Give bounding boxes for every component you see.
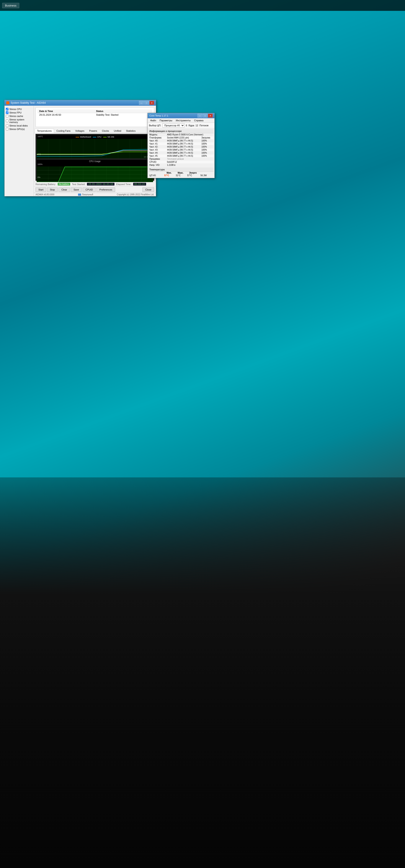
aida-minimize-button[interactable]: — <box>139 101 144 105</box>
stress-gpu-checkbox[interactable] <box>6 128 8 130</box>
ct-core0-load: 100% <box>201 139 213 142</box>
ct-platform-value: Socket AM4 (1331 pin) <box>166 136 201 139</box>
stress-fpu-checkbox[interactable] <box>6 111 8 114</box>
cpu-usage-svg: 100% <box>37 166 153 182</box>
cpuid-button[interactable]: CPUID <box>82 187 96 192</box>
elapsed-label: Elapsed Time: <box>116 183 131 186</box>
ct-temp-header-row: Мин. Макс. Энерго <box>148 172 213 174</box>
tab-voltages[interactable]: Voltages <box>73 129 87 133</box>
ct-temp-cpu-min: 31°C <box>175 174 187 177</box>
ct-firmware-row: Прошивка: Тепловой режим <box>148 158 213 161</box>
ct-temp-col0 <box>148 172 164 174</box>
temp-chart-legend: Motherboard CPU NE-256 <box>75 136 114 138</box>
taskbar-item-business[interactable]: Business <box>2 3 19 8</box>
stress-disks-checkbox[interactable] <box>6 124 8 127</box>
stop-button[interactable]: Stop <box>47 187 58 192</box>
aida-tabs-bar: Temperatures Cooling Fans Voltages Power… <box>34 129 156 133</box>
stress-cache-label: Stress cache <box>9 115 23 117</box>
col-status: Status <box>94 110 152 113</box>
ct-voltage-value: 1.2188 в <box>166 164 213 167</box>
network-label: Локальный <box>82 193 93 196</box>
ct-cpu-dropdown[interactable]: Процессор #0 <box>162 123 184 127</box>
tab-clocks[interactable]: Clocks <box>100 129 111 133</box>
test-started-value: 29.01.2024 16:45:50 <box>87 183 114 186</box>
ct-temp-col-power: Энерго <box>186 172 199 174</box>
aida-app-statusbar: AIDA64 v6.85.6300 Локальный Copyright (c… <box>34 193 156 196</box>
sidebar-stress-memory[interactable]: Stress system memory <box>5 118 33 124</box>
ct-menu-file[interactable]: Файл <box>148 119 158 122</box>
ct-temp-cpu-label: ЦП #0: <box>148 174 164 177</box>
sidebar-stress-gpu[interactable]: Stress GPU(s) <box>5 127 33 131</box>
col-date-time: Date & Time <box>37 110 94 113</box>
cpu-chart-100: 100% <box>37 163 42 165</box>
sidebar-stress-disks[interactable]: Stress local disks <box>5 124 33 127</box>
ct-model-row: Модель: AMD Ryzen 5 5600 6-Core (Vermeer… <box>148 133 213 136</box>
ct-core0-label: Част. #0: <box>148 139 166 142</box>
ct-voltage-label: Напр. VID: <box>148 164 166 167</box>
ct-platform-row: Платформа: Socket AM4 (1331 pin) Загрузк… <box>148 136 213 139</box>
ct-cpuid-value: 0xA20F12 <box>166 161 213 164</box>
sidebar-stress-cpu[interactable]: Stress CPU <box>5 107 33 111</box>
tab-cooling-fans[interactable]: Cooling Fans <box>54 129 73 133</box>
ct-menu-params[interactable]: Параметры <box>158 119 174 122</box>
test-started-label: Test Started: <box>72 183 86 186</box>
ct-temp-col-min: Мин. <box>164 172 175 174</box>
legend-motherboard: Motherboard <box>75 136 91 138</box>
aida-window-title: System Stability Test - AIDA64 <box>11 101 46 104</box>
ct-maximize-button[interactable]: □ <box>203 114 207 118</box>
coretemp-toolbar: Выбор ЦП: Процессор #0 6 Ядра 12 Потоков <box>148 123 214 128</box>
aida-title-area: System Stability Test - AIDA64 <box>6 101 46 104</box>
sidebar-stress-fpu[interactable]: Stress FPU <box>5 111 33 114</box>
ct-core2-label: Част. #2: <box>148 145 166 148</box>
start-button[interactable]: Start <box>36 187 46 192</box>
info-date: 29.01.2024 16:45:50 <box>37 113 94 117</box>
ct-cpuid-label: CPUID: <box>148 161 166 164</box>
temp-chart-label-100: 100°C <box>37 135 43 137</box>
coretemp-window: Core Temp 1.17.1 — □ ✕ Файл Параметры Ин… <box>147 113 215 178</box>
temp-chart-label-0: 0°C <box>37 153 41 155</box>
stress-memory-label: Stress system memory <box>9 118 32 123</box>
coretemp-controls: — □ ✕ <box>198 114 213 118</box>
stress-cache-checkbox[interactable] <box>6 115 8 117</box>
tab-unified[interactable]: Unified <box>111 129 124 133</box>
ct-core4-load: 100% <box>201 152 213 155</box>
cpu-chart-0: 0% <box>37 176 40 178</box>
ct-minimize-button[interactable]: — <box>198 114 202 118</box>
aida-info-table: Date & Time Status 29.01.2024 16:45:50 S… <box>37 110 152 117</box>
aida-info-panel: Date & Time Status 29.01.2024 16:45:50 S… <box>36 107 154 127</box>
cpu-usage-chart: CPU Usage 100% 0% <box>36 159 153 179</box>
stress-memory-checkbox[interactable] <box>6 120 8 122</box>
ct-temp-cpu-value: 57°C <box>164 174 175 177</box>
ct-cpuid-row: CPUID: 0xA20F12 <box>148 161 213 164</box>
stress-fpu-label: Stress FPU <box>9 111 22 114</box>
tab-temperatures[interactable]: Temperatures <box>35 129 54 133</box>
stress-cpu-checkbox[interactable] <box>6 108 8 111</box>
coretemp-content: Информация о процессоре Модель: AMD Ryze… <box>148 128 214 178</box>
sidebar-stress-cache[interactable]: Stress cache <box>5 114 33 118</box>
clear-button[interactable]: Clear <box>59 187 70 192</box>
ct-core2-freq: 4439.58МГц (99.77 x 44.5) <box>166 145 201 148</box>
ct-menu-help[interactable]: Справка <box>192 119 205 122</box>
aida-buttons-row: Start Stop Clear Save CPUID Preferences … <box>34 186 156 193</box>
temperature-chart: 100°C 0°C Motherboard CPU <box>36 135 153 159</box>
network-status: Локальный <box>78 193 93 196</box>
ct-close-button[interactable]: ✕ <box>208 114 213 118</box>
ct-model-label: Модель: <box>148 133 166 136</box>
tab-powers[interactable]: Powers <box>87 129 100 133</box>
ct-platform-load: Загрузка <box>201 136 213 139</box>
stress-gpu-label: Stress GPU(s) <box>9 128 25 130</box>
ct-firmware-label: Прошивка: <box>148 158 166 161</box>
ct-core3-label: Част. #3: <box>148 148 166 152</box>
save-button[interactable]: Save <box>71 187 82 192</box>
ct-core3-freq: 4439.58МГц (99.77 x 44.5) <box>166 148 201 152</box>
ct-core1-row: Част. #1: 4439.58МГц (99.77 x 44.5) 100% <box>148 142 213 145</box>
tab-statistics[interactable]: Statistics <box>124 129 138 133</box>
aida-close-button[interactable]: ✕ <box>149 101 154 105</box>
aida-maximize-button[interactable]: □ <box>144 101 149 105</box>
ct-core1-load: 100% <box>201 142 213 145</box>
ct-menu-tools[interactable]: Инструменты <box>174 119 193 122</box>
close-button[interactable]: Close <box>142 187 154 192</box>
stress-disks-label: Stress local disks <box>9 124 28 127</box>
network-icon <box>78 193 81 196</box>
preferences-button[interactable]: Preferences <box>97 187 115 192</box>
